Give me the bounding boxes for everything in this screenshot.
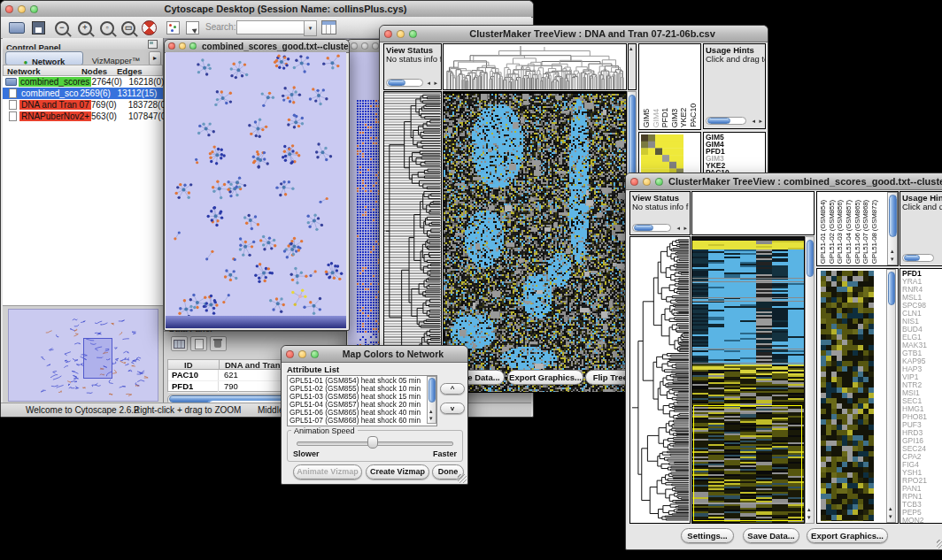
minimize-button[interactable] [643,178,651,186]
view-status-hscrollbar[interactable] [632,224,671,232]
tree1-export-graphics-button[interactable]: Export Graphics... [507,370,583,385]
zoom-button[interactable] [655,178,663,186]
move-up-button[interactable]: ^ [440,383,465,395]
gene-label[interactable]: MON2 [902,517,927,524]
resize-grip[interactable] [458,474,467,483]
annotation-icon[interactable] [186,21,199,35]
tree2-row-dendrogram[interactable] [629,236,691,524]
zoom-button[interactable] [372,42,379,50]
zoom-selected-icon[interactable]: ▫ [100,21,114,35]
tree2-save-data-button[interactable]: Save Data... [743,528,799,543]
float-panel-icon[interactable] [148,40,158,49]
attribute-list[interactable]: GPL51-01 (GSM854) heat shock 05 minGPL51… [287,375,437,426]
network-table-row[interactable]: combined_sco2569(6)13112(15) [3,88,163,99]
tab-scroll-arrow[interactable]: ▸ [149,51,161,65]
netview-title-bar[interactable]: combined_scores_good.txt--cluste... [165,40,349,53]
data-cell-id: PAC10 [168,370,219,380]
zoom-button[interactable] [311,350,319,358]
close-button[interactable] [168,42,175,50]
usage-hints-hscrollbar[interactable] [902,254,934,262]
network-nodes-count: 2569(6) [80,88,117,98]
minimize-button[interactable] [361,42,368,50]
search-dropdown-button[interactable]: ▾ [304,20,317,36]
usage-hints-hscrollbar[interactable] [706,117,746,125]
open-file-icon[interactable] [9,22,25,34]
minimize-button[interactable] [179,42,186,50]
tree2-collabels-vscrollbar[interactable]: ▴▾ [887,192,898,265]
vizmap-icon[interactable] [166,21,180,35]
create-vizmap-button[interactable]: Create Vizmap [366,464,429,479]
tree2-summary-vscrollbar[interactable]: ▴▾ [886,269,896,523]
col-network[interactable]: Network [7,66,40,76]
minimize-button[interactable] [298,350,306,358]
network-nodes-count: 2764(0) [91,77,128,87]
zoom-button[interactable] [30,5,38,13]
col-nodes[interactable]: Nodes [81,66,107,76]
table-icon[interactable] [171,336,188,351]
zoom-button[interactable] [409,30,417,38]
dialog-title-bar[interactable]: Map Colors to Network [282,346,467,363]
scroll-right-icon[interactable]: ▸ [759,118,762,125]
close-button[interactable] [384,30,392,38]
zoom-button[interactable] [189,42,197,50]
new-doc-icon[interactable] [190,336,207,351]
zoom-out-icon[interactable]: − [55,21,69,35]
tree1-column-dendrogram[interactable] [443,43,627,90]
close-button[interactable] [351,42,358,50]
close-button[interactable] [286,350,294,358]
search-input[interactable] [236,20,305,35]
attribute-list-item[interactable]: GPL51-07 (GSM868) heat shock 60 min [290,417,422,425]
tree1-title-bar[interactable]: ClusterMaker TreeView : DNA and Tran 07-… [380,26,768,42]
trash-icon[interactable] [210,336,227,351]
attribute-list-vscrollbar[interactable]: ▴▾ [427,376,436,424]
network-view-canvas[interactable] [166,52,346,328]
view-status-hscrollbar[interactable] [386,79,423,87]
col-edges[interactable]: Edges [117,66,143,76]
scroll-right-icon[interactable]: ▸ [683,225,687,232]
network-table-row[interactable]: RNAPuberNov2+563(0)107847(0) [3,111,163,122]
tree1-summary-heatmap[interactable] [641,134,683,175]
scroll-left-icon[interactable]: ◂ [752,118,755,125]
move-down-button[interactable]: v [440,403,465,414]
data-cell-id: PFD1 [168,381,219,392]
zoom-in-icon[interactable]: + [78,21,92,35]
window-title: Cytoscape Desktop (Session Name: collins… [38,4,533,14]
main-title-bar[interactable]: Cytoscape Desktop (Session Name: collins… [1,1,533,18]
resize-grip[interactable] [937,540,942,548]
tree1-heatmap[interactable] [443,91,627,393]
minimize-button[interactable] [18,5,26,13]
save-icon[interactable] [32,21,45,35]
network-table-row[interactable]: DNA and Tran 07769(0)183728(0) [3,99,163,111]
overview-canvas[interactable] [9,310,156,399]
tab-vizmapper[interactable]: VizMapper™ [84,51,148,64]
zoom-fit-icon[interactable]: ▭ [121,21,135,35]
help-icon[interactable] [142,20,157,35]
minimize-button[interactable] [397,30,405,38]
close-button[interactable] [5,5,13,13]
overview-viewport[interactable] [83,338,112,379]
scroll-left-icon[interactable]: ◂ [676,225,680,232]
tree2-heatmap[interactable] [691,236,805,524]
tree2-summary-heatmap[interactable] [821,271,874,521]
scroll-right-icon[interactable]: ▸ [434,80,437,87]
tree2-top-panel [691,191,815,235]
column-label: GPL51-02 (GSM855) [828,200,837,264]
tree2-title-bar[interactable]: ClusterMaker TreeView : combined_scores_… [626,173,942,190]
view-status-text: No status info f [384,53,441,65]
table-edit-icon[interactable] [321,20,336,35]
scroll-left-icon[interactable]: ◂ [427,80,430,87]
tree2-vscrollbar[interactable]: ▴▾ [805,236,815,524]
column-label: GPL51-08 (GSM872) [870,200,879,264]
data-col-id[interactable]: ID [184,360,193,370]
close-button[interactable] [630,178,638,186]
tree2-settings-button[interactable]: Settings... [681,528,734,543]
tree2-export-graphics-button[interactable]: Export Graphics... [807,528,888,543]
tab-network[interactable]: ● Network [5,51,83,65]
desktop: { "main_window": { "title": "Cytoscape D… [0,0,942,560]
animate-vizmap-button[interactable]: Animate Vizmap [293,464,362,479]
column-label: GPL51-04 (GSM857) [845,200,853,264]
tree1-title: ClusterMaker TreeView : DNA and Tran 07-… [417,28,768,39]
animation-slider-thumb[interactable] [367,436,378,449]
tree1-dendro-arrows[interactable]: ▴ [628,43,637,90]
network-table-row[interactable]: combined_scores2764(0)16218(0) [3,76,163,88]
